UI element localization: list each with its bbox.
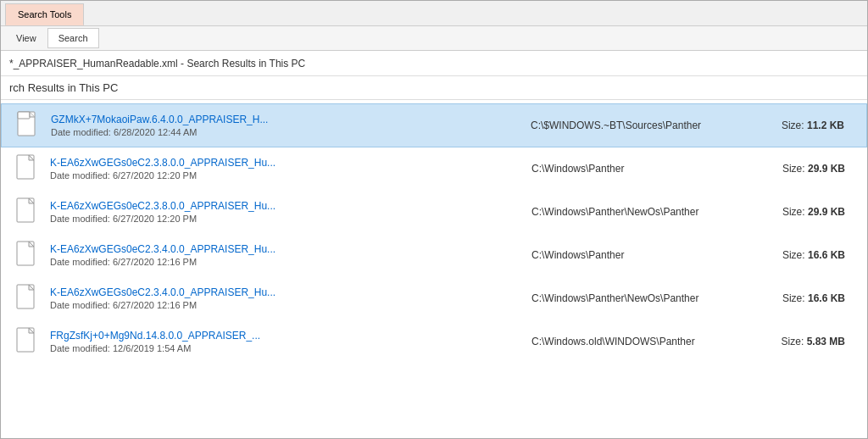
list-item[interactable]: K-EA6zXwGEGs0eC2.3.4.0.0_APPRAISER_Hu...… [1, 277, 867, 320]
file-info: K-EA6zXwGEGs0eC2.3.8.0.0_APPRAISER_Hu...… [50, 157, 515, 181]
file-path: C:\Windows\Panther\NewOs\Panther [515, 206, 752, 218]
file-size: Size: 29.9 KB [752, 163, 854, 175]
ribbon: Search Tools View Search [1, 1, 867, 51]
file-name[interactable]: K-EA6zXwGEGs0eC2.3.8.0.0_APPRAISER_Hu... [50, 157, 406, 169]
list-item[interactable]: FRgZsfKj+0+Mg9Nd.14.8.0.0_APPRAISER_... … [1, 320, 867, 364]
ribbon-tab-bar: Search Tools [1, 1, 867, 26]
file-icon [14, 325, 42, 358]
explorer-window: Search Tools View Search *_APPRAISER_Hum… [0, 0, 868, 439]
file-name[interactable]: K-EA6zXwGEGs0eC2.3.4.0.0_APPRAISER_Hu... [50, 286, 406, 298]
file-date: Date modified: 6/27/2020 12:20 PM [50, 214, 515, 224]
file-name[interactable]: K-EA6zXwGEGs0eC2.3.4.0.0_APPRAISER_Hu... [50, 243, 406, 255]
file-icon [15, 109, 42, 142]
subtab-search[interactable]: Search [47, 28, 99, 48]
breadcrumb: rch Results in This PC [1, 76, 867, 100]
breadcrumb-text: rch Results in This PC [9, 81, 118, 94]
list-item[interactable]: GZMkX+7MokaoiPaw.6.4.0.0_APPRAISER_H... … [1, 103, 867, 147]
file-path: C:\Windows\Panther\NewOs\Panther [515, 292, 752, 304]
list-item[interactable]: K-EA6zXwGEGs0eC2.3.8.0.0_APPRAISER_Hu...… [1, 191, 867, 234]
list-item[interactable]: K-EA6zXwGEGs0eC2.3.8.0.0_APPRAISER_Hu...… [1, 147, 867, 191]
file-icon [14, 282, 42, 314]
file-size: Size: 11.2 KB [751, 119, 853, 131]
subtab-view[interactable]: View [5, 28, 47, 48]
file-path: C:\$WINDOWS.~BT\Sources\Panther [514, 119, 751, 131]
file-info: FRgZsfKj+0+Mg9Nd.14.8.0.0_APPRAISER_... … [50, 330, 515, 353]
file-name[interactable]: FRgZsfKj+0+Mg9Nd.14.8.0.0_APPRAISER_... [50, 330, 406, 342]
file-list: GZMkX+7MokaoiPaw.6.4.0.0_APPRAISER_H... … [1, 100, 867, 438]
file-icon [14, 239, 42, 271]
svg-rect-1 [18, 112, 30, 119]
window-title-bar: *_APPRAISER_HumanReadable.xml - Search R… [1, 51, 867, 76]
file-size: Size: 29.9 KB [752, 206, 854, 218]
window-title: *_APPRAISER_HumanReadable.xml - Search R… [9, 58, 305, 69]
file-name[interactable]: GZMkX+7MokaoiPaw.6.4.0.0_APPRAISER_H... [51, 114, 407, 125]
file-info: K-EA6zXwGEGs0eC2.3.8.0.0_APPRAISER_Hu...… [50, 200, 515, 224]
file-name[interactable]: K-EA6zXwGEGs0eC2.3.8.0.0_APPRAISER_Hu... [50, 200, 406, 212]
file-size: Size: 16.6 KB [752, 292, 854, 304]
file-date: Date modified: 6/27/2020 12:16 PM [50, 300, 515, 310]
file-info: K-EA6zXwGEGs0eC2.3.4.0.0_APPRAISER_Hu...… [50, 243, 515, 267]
list-item[interactable]: K-EA6zXwGEGs0eC2.3.4.0.0_APPRAISER_Hu...… [1, 234, 867, 277]
file-date: Date modified: 6/28/2020 12:44 AM [51, 127, 514, 137]
file-info: K-EA6zXwGEGs0eC2.3.4.0.0_APPRAISER_Hu...… [50, 286, 515, 310]
file-info: GZMkX+7MokaoiPaw.6.4.0.0_APPRAISER_H... … [51, 114, 514, 137]
ribbon-subtab-bar: View Search [1, 26, 867, 50]
file-path: C:\Windows\Panther [515, 163, 752, 175]
file-path: C:\Windows\Panther [515, 249, 752, 261]
file-date: Date modified: 6/27/2020 12:20 PM [50, 170, 515, 181]
file-size: Size: 5.83 MB [752, 336, 854, 347]
file-icon [14, 153, 42, 185]
tab-search-tools[interactable]: Search Tools [5, 3, 84, 25]
file-icon [14, 196, 42, 228]
file-date: Date modified: 6/27/2020 12:16 PM [50, 257, 515, 267]
file-date: Date modified: 12/6/2019 1:54 AM [50, 343, 515, 353]
file-path: C:\Windows.old\WINDOWS\Panther [515, 336, 752, 347]
file-size: Size: 16.6 KB [752, 249, 854, 261]
